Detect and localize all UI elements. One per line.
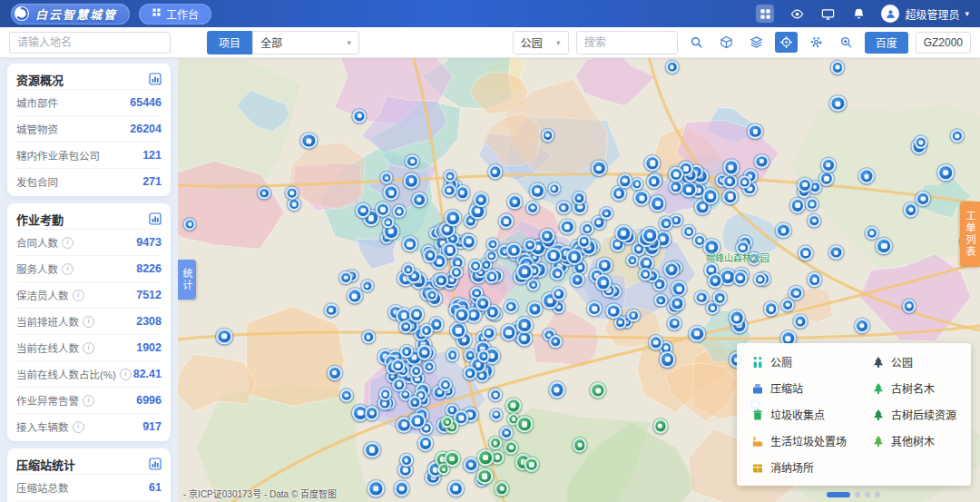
crs-gz2000-button[interactable]: GZ2000 <box>916 32 971 54</box>
map-marker-cluster[interactable] <box>764 302 779 317</box>
map-marker-cluster[interactable] <box>500 427 513 439</box>
map-marker-cluster[interactable] <box>379 389 392 401</box>
map-marker-cluster[interactable] <box>671 297 684 310</box>
map-marker-cluster[interactable] <box>729 310 744 326</box>
map-marker-cluster[interactable] <box>601 207 612 219</box>
map-marker-cluster[interactable] <box>288 198 300 211</box>
map-marker-cluster[interactable] <box>445 210 461 226</box>
map-marker-cluster[interactable] <box>754 273 768 287</box>
info-icon[interactable]: i <box>73 290 84 301</box>
legend-item-ancient-tree[interactable]: 古树名木 <box>872 380 956 396</box>
map-marker-cluster[interactable] <box>477 449 494 466</box>
map-marker-cluster[interactable] <box>474 192 488 207</box>
legend-item-compression-station[interactable]: 压缩站 <box>751 380 847 396</box>
map-marker-cluster[interactable] <box>505 300 518 314</box>
box-3d-icon[interactable] <box>715 32 738 53</box>
map-marker-cluster[interactable] <box>904 202 918 217</box>
map-marker-cluster[interactable] <box>495 482 508 496</box>
map-marker-cluster[interactable] <box>612 186 626 201</box>
map-marker-cluster[interactable] <box>615 225 632 241</box>
map-marker-cluster[interactable] <box>591 383 606 399</box>
legend-item-other-tree[interactable]: 其他树木 <box>872 433 956 448</box>
map-marker-cluster[interactable] <box>443 183 456 197</box>
map-marker-cluster[interactable] <box>383 185 398 201</box>
info-icon[interactable]: i <box>73 421 84 433</box>
map-marker-cluster[interactable] <box>655 294 667 306</box>
map-marker-cluster[interactable] <box>916 192 931 206</box>
map-marker-cluster[interactable] <box>950 130 963 143</box>
map-marker-cluster[interactable] <box>653 419 667 433</box>
info-icon[interactable]: i <box>83 395 94 407</box>
map-marker-cluster[interactable] <box>799 246 813 261</box>
map-marker-cluster[interactable] <box>665 61 678 74</box>
map-marker-cluster[interactable] <box>476 296 491 310</box>
map-marker-cluster[interactable] <box>573 438 586 452</box>
map-marker-cluster[interactable] <box>560 220 575 235</box>
legend-item-park[interactable]: 公园 <box>872 354 956 369</box>
map-marker-cluster[interactable] <box>755 154 769 168</box>
info-icon[interactable]: i <box>62 237 74 249</box>
bell-icon[interactable] <box>850 5 867 22</box>
map-marker-cluster[interactable] <box>347 289 362 304</box>
map-marker-cluster[interactable] <box>446 349 459 361</box>
map-marker-cluster[interactable] <box>365 406 379 420</box>
map-marker-cluster[interactable] <box>362 330 375 343</box>
map-marker-cluster[interactable] <box>463 367 476 380</box>
legend-item-public-toilet[interactable]: 公厕 <box>751 354 847 369</box>
map-marker-cluster[interactable] <box>592 161 607 176</box>
map-marker-cluster[interactable] <box>441 416 454 428</box>
panel-chart-icon[interactable] <box>149 458 162 470</box>
map-marker-cluster[interactable] <box>505 398 521 413</box>
map-marker-cluster[interactable] <box>489 389 502 401</box>
map-marker-cluster[interactable] <box>516 417 533 433</box>
map-marker-cluster[interactable] <box>644 155 660 171</box>
map-marker-cluster[interactable] <box>420 324 433 337</box>
map-marker-cluster[interactable] <box>406 155 419 169</box>
map-marker-cluster[interactable] <box>410 365 423 378</box>
map-marker-cluster[interactable] <box>738 175 751 189</box>
map-marker-cluster[interactable] <box>400 346 413 359</box>
search-icon[interactable] <box>685 32 708 53</box>
map-marker-cluster[interactable] <box>364 442 380 458</box>
map-marker-cluster[interactable] <box>723 160 739 175</box>
map-marker-cluster[interactable] <box>646 174 661 189</box>
map-marker-cluster[interactable] <box>508 195 522 209</box>
pagination-dot[interactable] <box>865 492 870 497</box>
map-marker-cluster[interactable] <box>650 196 666 212</box>
pagination-dot[interactable] <box>875 492 880 497</box>
map-marker-cluster[interactable] <box>789 286 804 300</box>
map-marker-cluster[interactable] <box>488 165 502 179</box>
project-button[interactable]: 项目 <box>207 31 252 54</box>
map-marker-cluster[interactable] <box>325 303 338 317</box>
map-marker-cluster[interactable] <box>549 382 564 398</box>
map-marker-cluster[interactable] <box>424 360 436 372</box>
settings-gear-icon[interactable] <box>805 32 828 53</box>
map-marker-cluster[interactable] <box>566 249 583 265</box>
locate-target-icon[interactable] <box>775 32 798 53</box>
map-marker-cluster[interactable] <box>499 214 514 230</box>
map-marker-cluster[interactable] <box>627 310 640 322</box>
map-marker-cluster[interactable] <box>477 468 494 485</box>
map-marker-cluster[interactable] <box>618 174 632 189</box>
map-marker-cluster[interactable] <box>549 336 562 349</box>
map-marker-cluster[interactable] <box>587 301 602 316</box>
map-marker-cluster[interactable] <box>577 235 591 249</box>
map-marker-cluster[interactable] <box>793 315 807 329</box>
map-marker-cluster[interactable] <box>404 173 419 189</box>
map-marker-cluster[interactable] <box>339 271 352 284</box>
map-marker-cluster[interactable] <box>865 226 878 240</box>
map-marker-cluster[interactable] <box>450 322 466 339</box>
poi-type-select[interactable]: 公园 ▾ <box>513 31 569 54</box>
map-marker-cluster[interactable] <box>530 183 544 198</box>
map-marker-cluster[interactable] <box>444 171 456 182</box>
map-marker-cluster[interactable] <box>551 267 564 281</box>
map-marker-cluster[interactable] <box>391 359 406 373</box>
map-marker-cluster[interactable] <box>400 454 413 467</box>
map-marker-cluster[interactable] <box>634 191 650 206</box>
map-marker-cluster[interactable] <box>790 198 805 212</box>
map-marker-cluster[interactable] <box>392 205 405 218</box>
map-search-input[interactable] <box>576 31 678 54</box>
map-marker-cluster[interactable] <box>285 186 299 200</box>
map-marker-cluster[interactable] <box>524 457 540 472</box>
map-marker-cluster[interactable] <box>829 246 843 260</box>
